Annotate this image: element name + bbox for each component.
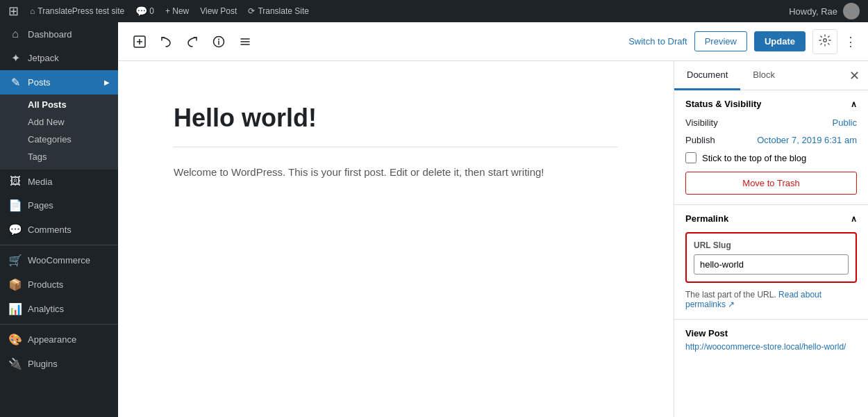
status-visibility-header[interactable]: Status & Visibility [674, 90, 868, 117]
sidebar-item-woocommerce[interactable]: 🛒 WooCommerce [0, 248, 118, 272]
products-icon: 📦 [8, 278, 22, 291]
settings-button[interactable] [812, 29, 837, 54]
comment-icon: 💬 [135, 6, 147, 17]
add-block-button[interactable] [129, 31, 150, 52]
permalink-collapse-icon [851, 213, 857, 224]
publish-row: Publish October 7, 2019 6:31 am [685, 135, 857, 145]
plugins-icon: 🔌 [8, 357, 22, 370]
wp-logo-icon[interactable]: ⊞ [8, 3, 19, 19]
panel-tabs: Document Block ✕ [674, 61, 868, 90]
sidebar-item-plugins[interactable]: 🔌 Plugins [0, 352, 118, 376]
sticky-row: Stick to the top of the blog [685, 152, 857, 163]
sidebar-item-appearance[interactable]: 🎨 Appearance [0, 327, 118, 352]
right-panel: Document Block ✕ Status & Visibility Vis… [674, 61, 868, 417]
visibility-label: Visibility [685, 117, 718, 128]
sidebar-item-analytics[interactable]: 📊 Analytics [0, 297, 118, 321]
undo-button[interactable] [156, 31, 176, 52]
sidebar-item-jetpack[interactable]: ✦ Jetpack [0, 46, 118, 70]
redo-button[interactable] [182, 31, 203, 52]
permalink-section: Permalink URL Slug The last part of the … [674, 205, 868, 320]
sidebar-item-posts[interactable]: ✎ Posts ▶ [0, 70, 118, 95]
admin-bar-site-name[interactable]: ⌂ TranslatePress test site [30, 6, 124, 16]
publish-date-value[interactable]: October 7, 2019 6:31 am [757, 135, 857, 145]
more-options-button[interactable]: ⋮ [844, 34, 857, 49]
url-slug-input[interactable] [694, 254, 849, 275]
update-button[interactable]: Update [754, 31, 806, 51]
list-view-button[interactable] [235, 31, 256, 52]
editor-canvas[interactable]: Hello world! Welcome to WordPress. This … [118, 61, 674, 417]
url-slug-label: URL Slug [694, 240, 849, 250]
preview-button[interactable]: Preview [694, 31, 747, 51]
admin-bar-user: Howdy, Rae [789, 3, 860, 19]
svg-point-5 [218, 38, 219, 40]
posts-arrow-icon: ▶ [104, 79, 110, 86]
move-to-trash-button[interactable]: Move to Trash [685, 172, 857, 195]
tab-document[interactable]: Document [674, 61, 740, 90]
post-title[interactable]: Hello world! [174, 103, 618, 133]
dashboard-icon: ⌂ [8, 28, 22, 40]
status-visibility-collapse-icon [851, 99, 857, 109]
visibility-row: Visibility Public [685, 117, 857, 128]
sidebar-submenu-categories[interactable]: Categories [0, 131, 118, 148]
permalink-header[interactable]: Permalink [674, 205, 868, 232]
view-post-section: View Post http://woocommerce-store.local… [674, 320, 868, 360]
post-content[interactable]: Welcome to WordPress. This is your first… [174, 164, 618, 181]
post-divider [174, 147, 618, 147]
media-icon: 🖼 [8, 175, 22, 188]
panel-close-button[interactable]: ✕ [841, 63, 868, 89]
posts-submenu: All Posts Add New Categories Tags [0, 95, 118, 170]
analytics-icon: 📊 [8, 302, 22, 316]
view-post-label: View Post [685, 328, 857, 338]
sidebar-item-media[interactable]: 🖼 Media [0, 170, 118, 193]
sidebar-submenu-tags[interactable]: Tags [0, 148, 118, 165]
editor-toolbar: Switch to Draft Preview Update ⋮ [118, 22, 868, 61]
details-button[interactable] [208, 31, 229, 52]
sidebar-item-comments[interactable]: 💬 Comments [0, 218, 118, 242]
pages-icon: 📄 [8, 199, 22, 212]
view-post-url[interactable]: http://woocommerce-store.local/hello-wor… [685, 342, 846, 352]
appearance-icon: 🎨 [8, 333, 22, 346]
publish-label: Publish [685, 135, 715, 145]
visibility-value[interactable]: Public [833, 117, 857, 128]
avatar[interactable] [843, 3, 860, 19]
admin-bar-new[interactable]: + New [165, 6, 189, 16]
sidebar-divider-1 [0, 245, 118, 245]
sidebar-item-dashboard[interactable]: ⌂ Dashboard [0, 22, 118, 46]
home-icon: ⌂ [30, 6, 35, 16]
permalink-highlight-box: URL Slug [685, 232, 857, 283]
posts-icon: ✎ [8, 76, 22, 89]
sidebar-submenu-all-posts[interactable]: All Posts [0, 96, 118, 113]
sidebar: ⌂ Dashboard ✦ Jetpack ✎ Posts ▶ All Post… [0, 22, 118, 417]
sticky-label: Stick to the top of the blog [702, 153, 806, 163]
sticky-checkbox[interactable] [685, 152, 696, 163]
switch-to-draft-button[interactable]: Switch to Draft [628, 36, 687, 47]
translate-icon: ⟳ [248, 6, 255, 16]
tab-block[interactable]: Block [740, 61, 787, 90]
comments-icon: 💬 [8, 223, 22, 236]
sidebar-item-products[interactable]: 📦 Products [0, 272, 118, 297]
editor-body: Hello world! Welcome to WordPress. This … [118, 61, 868, 417]
admin-bar-view-post[interactable]: View Post [200, 6, 237, 16]
svg-point-9 [824, 38, 827, 42]
jetpack-icon: ✦ [8, 51, 22, 65]
status-visibility-content: Visibility Public Publish October 7, 201… [674, 117, 868, 204]
admin-bar: ⊞ ⌂ TranslatePress test site 💬 0 + New V… [0, 0, 868, 22]
admin-bar-translate-site[interactable]: ⟳ Translate Site [248, 6, 309, 16]
sidebar-submenu-add-new[interactable]: Add New [0, 113, 118, 131]
admin-bar-comments[interactable]: 💬 0 [135, 6, 154, 17]
permalink-content: URL Slug The last part of the URL. Read … [674, 232, 868, 319]
main-content: Switch to Draft Preview Update ⋮ Hello w… [118, 22, 868, 417]
status-visibility-section: Status & Visibility Visibility Public Pu… [674, 90, 868, 205]
sidebar-divider-2 [0, 324, 118, 325]
woocommerce-icon: 🛒 [8, 254, 22, 267]
permalink-description: The last part of the URL. Read about per… [685, 290, 857, 309]
toolbar-right: Switch to Draft Preview Update ⋮ [628, 29, 857, 54]
sidebar-item-pages[interactable]: 📄 Pages [0, 193, 118, 218]
